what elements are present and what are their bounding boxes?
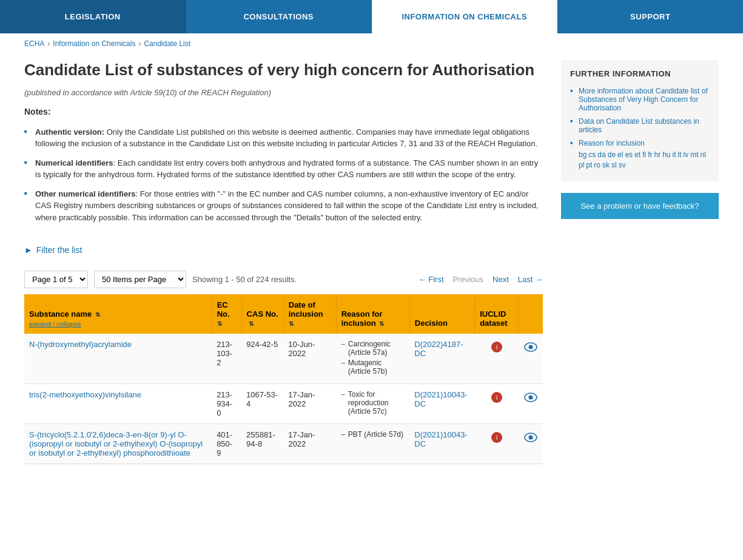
reason-cell: Toxic for reproduction (Article 57c) <box>336 384 409 424</box>
svg-point-3 <box>528 345 533 349</box>
decision-link[interactable]: D(2021)10043-DC <box>414 430 467 448</box>
col-label-date-of-inclusion: Date of inclusion <box>289 300 323 319</box>
lang-tag-lv[interactable]: lv <box>684 150 689 159</box>
reason-item: Carcinogenic (Article 57a) <box>341 340 405 357</box>
lang-tag-es[interactable]: es <box>625 150 633 159</box>
substance-name-link[interactable]: N-(hydroxymethyl)acrylamide <box>29 340 132 349</box>
lang-tag-hr[interactable]: hr <box>654 150 661 159</box>
iuclid-icon[interactable]: i <box>489 430 504 445</box>
page-title: Candidate List of substances of very hig… <box>24 60 543 81</box>
breadcrumb-item-0[interactable]: ECHA <box>24 39 44 48</box>
lang-tag-ro[interactable]: ro <box>594 161 600 169</box>
page-select[interactable]: Page 1 of 5Page 2 of 5Page 3 of 5Page 4 … <box>24 271 88 288</box>
lang-tags: bgcsdadeelesetfifrhrhuitltlvmtnlplptrosk… <box>579 150 710 169</box>
col-header-cas-no[interactable]: CAS No. ⇅ <box>241 294 283 334</box>
first-page-link[interactable]: ← First <box>419 275 444 284</box>
further-info-heading: FURTHER INFORMATION <box>570 69 710 78</box>
lang-tag-el[interactable]: el <box>617 150 623 159</box>
sidebar-link-item-0: More information about Candidate list of… <box>570 84 710 115</box>
filter-arrow-icon: ► <box>24 245 33 255</box>
breadcrumb-item-1[interactable]: Information on Chemicals <box>53 39 135 48</box>
view-icon[interactable] <box>523 430 538 445</box>
substance-name-cell: N-(hydroxymethyl)acrylamide <box>24 334 212 384</box>
col-header-date-of-inclusion[interactable]: Date of inclusion ⇅ <box>283 294 336 334</box>
sort-arrow-substance-name: ⇅ <box>93 311 100 318</box>
lang-tag-sv[interactable]: sv <box>619 161 626 169</box>
lang-tag-hu[interactable]: hu <box>662 150 670 159</box>
feedback-button[interactable]: See a problem or have feedback? <box>561 193 719 219</box>
sidebar-link-reason-inclusion[interactable]: Reason for inclusion <box>579 139 645 147</box>
previous-page-link[interactable]: Previous <box>453 275 484 284</box>
lang-tag-sl[interactable]: sl <box>611 161 617 169</box>
content-area: Candidate List of substances of very hig… <box>24 60 543 464</box>
lang-tag-da[interactable]: da <box>597 150 605 159</box>
filter-toggle[interactable]: ► Filter the list <box>24 245 543 255</box>
lang-tag-bg[interactable]: bg <box>579 150 587 159</box>
nav-item-legislation[interactable]: LEGISLATION <box>0 0 186 33</box>
date-cell: 10-Jun-2022 <box>283 334 336 384</box>
date-cell: 17-Jan-2022 <box>283 384 336 424</box>
substance-name-link[interactable]: S-(tricyclo(5.2.1.0'2,6)deca-3-en-8(or 9… <box>29 430 203 457</box>
breadcrumb-item-2[interactable]: Candidate List <box>144 39 190 48</box>
notes-list: Authentic version: Only the Candidate Li… <box>24 123 543 228</box>
reason-item: PBT (Article 57d) <box>341 430 405 439</box>
cas-no-cell: 1067-53-4 <box>241 384 283 424</box>
view-cell <box>519 334 543 384</box>
notes-heading: Notes: <box>24 107 543 116</box>
col-header-substance-name[interactable]: Substance name ⇅expand / collapse <box>24 294 212 334</box>
col-label-iuclid-dataset: IUCLID dataset <box>480 309 508 328</box>
col-header-ec-no[interactable]: EC No. ⇅ <box>212 294 241 334</box>
table-row: tris(2-methoxyethoxy)vinylsilane213-934-… <box>24 384 543 424</box>
lang-tag-pl[interactable]: pl <box>579 161 584 169</box>
nav-item-support[interactable]: SUPPORT <box>558 0 744 33</box>
lang-tag-lt[interactable]: lt <box>678 150 682 159</box>
note-numerical: Numerical identifiers: Each candidate li… <box>24 153 543 184</box>
further-info-section: FURTHER INFORMATION More information abo… <box>561 60 719 181</box>
nav-item-information-on-chemicals[interactable]: INFORMATION ON CHEMICALS <box>372 0 558 33</box>
substance-name-link[interactable]: tris(2-methoxyethoxy)vinylsilane <box>29 390 141 399</box>
lang-tag-fr[interactable]: fr <box>648 150 652 159</box>
lang-tag-et[interactable]: et <box>634 150 640 159</box>
sidebar-links: More information about Candidate list of… <box>570 84 710 172</box>
iuclid-icon[interactable]: i <box>489 390 504 405</box>
view-icon[interactable] <box>523 340 538 354</box>
view-icon[interactable] <box>523 390 538 405</box>
expand-collapse-link[interactable]: expand / collapse <box>29 320 207 328</box>
date-cell: 17-Jan-2022 <box>283 424 336 464</box>
decision-link[interactable]: D(2022)4187-DC <box>414 340 463 358</box>
pagination-bar: Page 1 of 5Page 2 of 5Page 3 of 5Page 4 … <box>24 265 543 294</box>
nav-item-consultations[interactable]: CONSULTATIONS <box>186 0 372 33</box>
ec-no-cell: 401-850-9 <box>212 424 241 464</box>
decision-cell: D(2021)10043-DC <box>409 384 474 424</box>
iuclid-icon[interactable]: i <box>489 340 504 354</box>
next-page-link[interactable]: Next <box>493 275 509 284</box>
view-cell <box>519 384 543 424</box>
lang-tag-mt[interactable]: mt <box>690 150 698 159</box>
lang-tag-de[interactable]: de <box>608 150 616 159</box>
decision-link[interactable]: D(2021)10043-DC <box>414 390 467 408</box>
lang-tag-cs[interactable]: cs <box>588 150 596 159</box>
col-header-reason-for-inclusion[interactable]: Reason for inclusion ⇅ <box>336 294 409 334</box>
lang-tag-it[interactable]: it <box>673 150 676 159</box>
sort-arrow-date-of-inclusion: ⇅ <box>289 320 294 327</box>
decision-cell: D(2022)4187-DC <box>409 334 474 384</box>
svg-text:i: i <box>496 344 497 351</box>
note-other: Other numerical identifiers: For those e… <box>24 184 543 228</box>
cas-no-cell: 255881-94-8 <box>241 424 283 464</box>
sidebar-link-data-candidate[interactable]: Data on Candidate List substances in art… <box>579 117 699 134</box>
sidebar-link-item-1: Data on Candidate List substances in art… <box>570 115 710 137</box>
lang-tag-pt[interactable]: pt <box>586 161 592 169</box>
last-page-link[interactable]: Last → <box>518 275 543 284</box>
note-authentic: Authentic version: Only the Candidate Li… <box>24 123 543 153</box>
lang-tag-sk[interactable]: sk <box>602 161 610 169</box>
lang-tag-fi[interactable]: fi <box>642 150 646 159</box>
sidebar-link-more-info-candidate[interactable]: More information about Candidate list of… <box>579 87 708 112</box>
ec-no-cell: 213-934-0 <box>212 384 241 424</box>
breadcrumb-separator: › <box>47 39 50 48</box>
reason-cell: PBT (Article 57d) <box>336 424 409 464</box>
lang-tag-nl[interactable]: nl <box>701 150 706 159</box>
items-per-page-select[interactable]: 50 Items per Page25 Items per Page100 It… <box>94 271 186 288</box>
decision-cell: D(2021)10043-DC <box>409 424 474 464</box>
breadcrumb-separator: › <box>138 39 141 48</box>
table-row: S-(tricyclo(5.2.1.0'2,6)deca-3-en-8(or 9… <box>24 424 543 464</box>
